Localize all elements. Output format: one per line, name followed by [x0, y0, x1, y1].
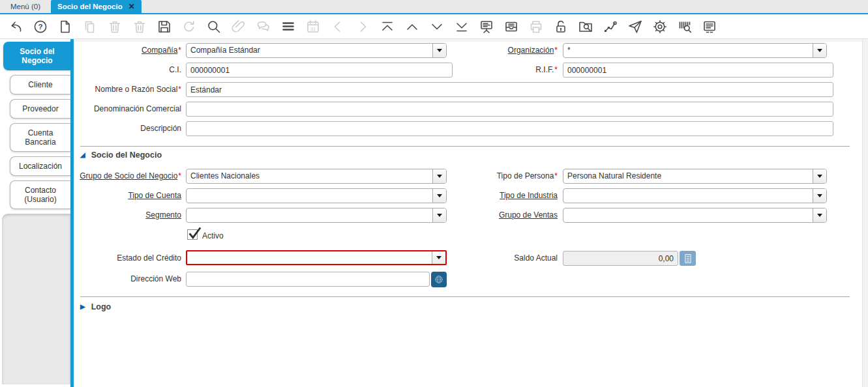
tipo-industria-combo[interactable]: [563, 188, 827, 203]
svg-text:?: ?: [38, 23, 42, 31]
grid-toggle-icon[interactable]: [280, 18, 296, 35]
delete-record-icon: [106, 18, 123, 35]
grupo-ventas-combo[interactable]: [563, 208, 827, 223]
tab-socio-del-negocio[interactable]: Socio del Negocio ✕: [51, 0, 142, 13]
detail-record-icon: [354, 18, 370, 35]
close-icon[interactable]: ✕: [128, 0, 135, 13]
lock-icon[interactable]: [552, 18, 569, 35]
next-record-icon[interactable]: [428, 18, 445, 35]
last-record-icon[interactable]: [453, 18, 470, 35]
tipo-persona-combo[interactable]: Persona Natural Residente: [563, 169, 827, 184]
grupo-socio-combo[interactable]: Clientes Nacionales: [186, 169, 447, 184]
sidebar-tab-cliente[interactable]: Cliente: [10, 75, 70, 94]
rif-input[interactable]: [563, 63, 833, 78]
workflow-icon[interactable]: [602, 18, 618, 35]
copy-record-icon: [82, 18, 98, 35]
form-panel: Compañía* Compañía Estándar Organización…: [74, 39, 868, 387]
vertical-scrollbar[interactable]: [862, 39, 868, 387]
segmento-label[interactable]: Segmento: [74, 210, 181, 220]
organizacion-label[interactable]: Organización*: [453, 46, 558, 55]
save-icon[interactable]: [156, 18, 172, 35]
segmento-value: [187, 208, 432, 222]
tab-menu[interactable]: Menú (0): [0, 0, 51, 13]
section-separator: [80, 296, 850, 297]
new-record-icon[interactable]: [57, 18, 73, 35]
segmento-combo[interactable]: [186, 208, 447, 223]
grupo-socio-label[interactable]: Grupo de Socio del Negocio*: [74, 171, 181, 180]
organizacion-combo[interactable]: *: [563, 43, 827, 58]
segmento-dropdown-icon[interactable]: [432, 208, 446, 222]
web-button[interactable]: [431, 272, 447, 287]
app-window: Menú (0) Socio del Negocio ✕ ?31 Socio d…: [0, 0, 868, 387]
previous-record-icon[interactable]: [404, 18, 420, 35]
chat-icon: [255, 18, 271, 35]
tipo-cuenta-value: [187, 189, 432, 203]
tipo-industria-label[interactable]: Tipo de Industria: [453, 191, 558, 200]
preferences-icon[interactable]: [651, 18, 668, 35]
rif-label: R.I.F.*: [453, 65, 558, 74]
first-record-icon[interactable]: [379, 18, 395, 35]
share-icon[interactable]: [627, 18, 643, 35]
grupo-ventas-dropdown-icon[interactable]: [813, 208, 826, 222]
tipo-cuenta-label[interactable]: Tipo de Cuenta: [74, 191, 181, 200]
direccion-web-input[interactable]: [186, 272, 430, 287]
panel-top-strip: [74, 39, 863, 42]
tipo-industria-value: [563, 189, 813, 203]
denominacion-input[interactable]: [186, 102, 833, 117]
zoom-across-icon[interactable]: [577, 18, 593, 35]
report-icon[interactable]: [478, 18, 494, 35]
tipo-industria-dropdown-icon[interactable]: [813, 189, 826, 203]
find-icon[interactable]: [205, 18, 222, 35]
print-icon: [528, 18, 544, 35]
compania-label[interactable]: Compañía*: [74, 46, 181, 55]
grupo-socio-dropdown-icon[interactable]: [432, 169, 446, 183]
tipo-cuenta-combo[interactable]: [186, 188, 447, 203]
grupo-socio-value: Clientes Nacionales: [187, 169, 432, 183]
organizacion-value: *: [563, 44, 813, 57]
attachment-icon: [230, 18, 247, 35]
svg-text:31: 31: [310, 25, 315, 31]
parent-record-icon: [329, 18, 346, 35]
descripcion-label: Descripción: [74, 124, 181, 133]
ci-input[interactable]: [186, 63, 453, 78]
check-icon: [188, 227, 202, 240]
section-expanded-icon[interactable]: ◢: [80, 152, 85, 158]
nombre-input[interactable]: [186, 82, 833, 97]
calculator-icon: [682, 253, 694, 265]
archive-icon[interactable]: [503, 18, 519, 35]
estado-credito-value: [187, 251, 432, 264]
sidebar-tab-cuenta-bancaria[interactable]: Cuenta Bancaria: [10, 123, 70, 152]
desktop-tabbar: Menú (0) Socio del Negocio ✕: [0, 0, 868, 14]
globe-icon: [433, 274, 445, 285]
estado-credito-combo[interactable]: [186, 250, 447, 265]
compania-combo[interactable]: Compañía Estándar: [186, 43, 447, 58]
sidebar-tab-localizacion[interactable]: Localización: [10, 156, 70, 176]
product-info-icon[interactable]: [676, 18, 693, 35]
sidebar-tab-contacto-usuario[interactable]: Contacto (Usuario): [10, 180, 70, 209]
calculator-button[interactable]: [680, 251, 696, 266]
tipo-persona-value: Persona Natural Residente: [563, 169, 813, 183]
sidebar-tab-proveedor[interactable]: Proveedor: [10, 99, 70, 119]
activo-label: Activo: [202, 231, 224, 240]
undo-icon[interactable]: [7, 18, 23, 35]
estado-credito-label: Estado del Crédito: [74, 253, 181, 263]
direccion-web-label: Dirección Web: [74, 274, 181, 283]
tipo-cuenta-dropdown-icon[interactable]: [432, 189, 446, 203]
quick-form-icon[interactable]: [701, 18, 717, 35]
descripcion-input[interactable]: [186, 121, 833, 136]
saldo-actual-input: [563, 251, 678, 266]
denominacion-label: Denominación Comercial: [74, 104, 181, 113]
compania-dropdown-icon[interactable]: [432, 44, 446, 57]
activo-checkbox[interactable]: [187, 229, 198, 240]
section-collapsed-icon[interactable]: ▶: [80, 304, 85, 310]
estado-credito-dropdown-icon[interactable]: [432, 251, 445, 264]
grupo-ventas-label[interactable]: Grupo de Ventas: [453, 210, 558, 220]
tipo-persona-dropdown-icon[interactable]: [813, 169, 826, 183]
organizacion-dropdown-icon[interactable]: [813, 44, 826, 57]
help-icon[interactable]: ?: [32, 18, 48, 35]
section-socio-del-negocio[interactable]: ◢ Socio del Negocio: [80, 150, 162, 160]
ci-label: C.I.: [74, 65, 181, 74]
sidebar-tab-socio-del-negocio[interactable]: Socio del Negocio: [3, 42, 70, 70]
nombre-label: Nombre o Razón Social*: [74, 85, 181, 94]
section-logo[interactable]: ▶ Logo: [80, 302, 111, 311]
